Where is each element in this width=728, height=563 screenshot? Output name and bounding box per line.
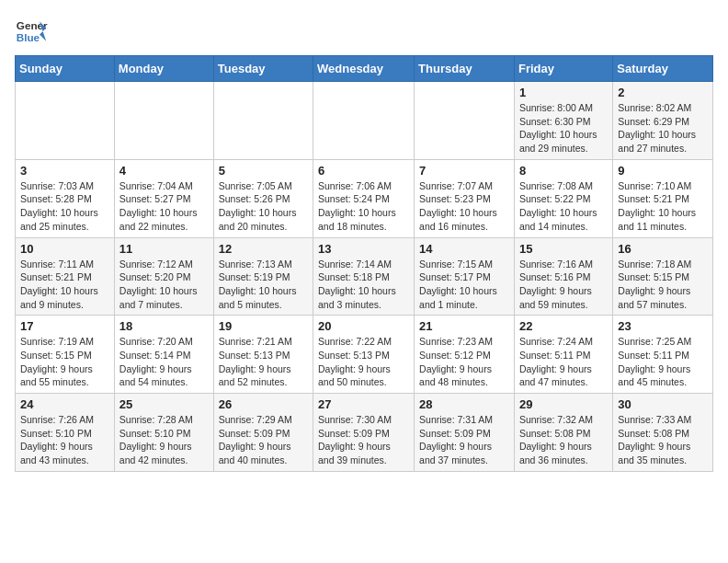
day-number: 4 [119, 164, 209, 178]
calendar-cell: 12Sunrise: 7:13 AM Sunset: 5:19 PM Dayli… [213, 237, 313, 316]
calendar-header-row: SundayMondayTuesdayWednesdayThursdayFrid… [16, 56, 713, 82]
day-info: Sunrise: 7:29 AM Sunset: 5:09 PM Dayligh… [219, 413, 308, 467]
day-info: Sunrise: 8:00 AM Sunset: 6:30 PM Dayligh… [519, 101, 608, 155]
day-info: Sunrise: 7:07 AM Sunset: 5:23 PM Dayligh… [419, 179, 509, 234]
day-info: Sunrise: 7:23 AM Sunset: 5:12 PM Dayligh… [419, 335, 509, 389]
calendar-cell: 26Sunrise: 7:29 AM Sunset: 5:09 PM Dayli… [213, 394, 313, 472]
day-info: Sunrise: 7:11 AM Sunset: 5:21 PM Dayligh… [20, 258, 109, 312]
day-number: 15 [519, 242, 608, 256]
day-info: Sunrise: 7:03 AM Sunset: 5:28 PM Dayligh… [20, 179, 109, 234]
calendar-cell: 2Sunrise: 8:02 AM Sunset: 6:29 PM Daylig… [613, 82, 713, 160]
day-info: Sunrise: 8:02 AM Sunset: 6:29 PM Dayligh… [618, 101, 708, 155]
day-info: Sunrise: 7:25 AM Sunset: 5:11 PM Dayligh… [618, 335, 708, 389]
day-header-tuesday: Tuesday [213, 56, 313, 82]
calendar-cell [213, 82, 313, 160]
calendar-cell: 21Sunrise: 7:23 AM Sunset: 5:12 PM Dayli… [415, 316, 515, 394]
day-number: 20 [318, 319, 409, 333]
day-number: 19 [219, 319, 308, 333]
day-info: Sunrise: 7:30 AM Sunset: 5:09 PM Dayligh… [318, 413, 409, 467]
day-header-wednesday: Wednesday [313, 56, 415, 82]
calendar-cell: 7Sunrise: 7:07 AM Sunset: 5:23 PM Daylig… [415, 159, 515, 237]
svg-text:Blue: Blue [17, 31, 40, 43]
calendar-cell: 18Sunrise: 7:20 AM Sunset: 5:14 PM Dayli… [114, 316, 213, 394]
day-number: 16 [618, 242, 708, 256]
calendar-cell [16, 82, 115, 160]
day-number: 13 [318, 242, 409, 256]
day-info: Sunrise: 7:32 AM Sunset: 5:08 PM Dayligh… [519, 413, 608, 467]
calendar-cell: 8Sunrise: 7:08 AM Sunset: 5:22 PM Daylig… [514, 159, 612, 237]
day-number: 9 [618, 164, 708, 178]
day-number: 6 [318, 164, 409, 178]
day-header-friday: Friday [514, 56, 612, 82]
day-number: 14 [419, 242, 509, 256]
day-info: Sunrise: 7:19 AM Sunset: 5:15 PM Dayligh… [20, 335, 109, 389]
day-info: Sunrise: 7:13 AM Sunset: 5:19 PM Dayligh… [219, 258, 308, 312]
calendar-cell: 14Sunrise: 7:15 AM Sunset: 5:17 PM Dayli… [415, 237, 515, 316]
calendar-cell [114, 82, 213, 160]
day-info: Sunrise: 7:26 AM Sunset: 5:10 PM Dayligh… [20, 413, 109, 467]
calendar-cell: 15Sunrise: 7:16 AM Sunset: 5:16 PM Dayli… [514, 237, 612, 316]
calendar-cell: 4Sunrise: 7:04 AM Sunset: 5:27 PM Daylig… [114, 159, 213, 237]
day-info: Sunrise: 7:12 AM Sunset: 5:20 PM Dayligh… [119, 258, 209, 312]
day-number: 8 [519, 164, 608, 178]
day-info: Sunrise: 7:04 AM Sunset: 5:27 PM Dayligh… [119, 179, 209, 234]
day-info: Sunrise: 7:18 AM Sunset: 5:15 PM Dayligh… [618, 258, 708, 312]
day-number: 25 [119, 397, 209, 411]
calendar-cell: 10Sunrise: 7:11 AM Sunset: 5:21 PM Dayli… [16, 237, 115, 316]
calendar-cell: 6Sunrise: 7:06 AM Sunset: 5:24 PM Daylig… [313, 159, 415, 237]
calendar-cell: 5Sunrise: 7:05 AM Sunset: 5:26 PM Daylig… [213, 159, 313, 237]
day-info: Sunrise: 7:28 AM Sunset: 5:10 PM Dayligh… [119, 413, 209, 467]
day-info: Sunrise: 7:15 AM Sunset: 5:17 PM Dayligh… [419, 258, 509, 312]
calendar-cell: 28Sunrise: 7:31 AM Sunset: 5:09 PM Dayli… [415, 394, 515, 472]
calendar-cell [415, 82, 515, 160]
calendar-cell [313, 82, 415, 160]
day-number: 26 [219, 397, 308, 411]
day-info: Sunrise: 7:33 AM Sunset: 5:08 PM Dayligh… [618, 413, 708, 467]
calendar-cell: 23Sunrise: 7:25 AM Sunset: 5:11 PM Dayli… [613, 316, 713, 394]
day-info: Sunrise: 7:16 AM Sunset: 5:16 PM Dayligh… [519, 258, 608, 312]
day-number: 22 [519, 319, 608, 333]
logo: General Blue [15, 15, 51, 48]
day-header-saturday: Saturday [613, 56, 713, 82]
calendar: SundayMondayTuesdayWednesdayThursdayFrid… [15, 55, 713, 472]
day-number: 3 [20, 164, 109, 178]
day-number: 5 [219, 164, 308, 178]
calendar-cell: 20Sunrise: 7:22 AM Sunset: 5:13 PM Dayli… [313, 316, 415, 394]
day-header-monday: Monday [114, 56, 213, 82]
calendar-cell: 11Sunrise: 7:12 AM Sunset: 5:20 PM Dayli… [114, 237, 213, 316]
header: General Blue [15, 15, 713, 48]
day-number: 18 [119, 319, 209, 333]
day-info: Sunrise: 7:10 AM Sunset: 5:21 PM Dayligh… [618, 179, 708, 234]
calendar-week-row: 17Sunrise: 7:19 AM Sunset: 5:15 PM Dayli… [16, 316, 713, 394]
day-number: 23 [618, 319, 708, 333]
calendar-week-row: 10Sunrise: 7:11 AM Sunset: 5:21 PM Dayli… [16, 237, 713, 316]
calendar-week-row: 1Sunrise: 8:00 AM Sunset: 6:30 PM Daylig… [16, 82, 713, 160]
day-info: Sunrise: 7:08 AM Sunset: 5:22 PM Dayligh… [519, 179, 608, 234]
day-header-thursday: Thursday [415, 56, 515, 82]
day-number: 21 [419, 319, 509, 333]
calendar-cell: 27Sunrise: 7:30 AM Sunset: 5:09 PM Dayli… [313, 394, 415, 472]
calendar-cell: 9Sunrise: 7:10 AM Sunset: 5:21 PM Daylig… [613, 159, 713, 237]
day-number: 12 [219, 242, 308, 256]
day-info: Sunrise: 7:14 AM Sunset: 5:18 PM Dayligh… [318, 258, 409, 312]
calendar-cell: 25Sunrise: 7:28 AM Sunset: 5:10 PM Dayli… [114, 394, 213, 472]
day-info: Sunrise: 7:20 AM Sunset: 5:14 PM Dayligh… [119, 335, 209, 389]
day-number: 11 [119, 242, 209, 256]
day-number: 1 [519, 86, 608, 99]
calendar-cell: 16Sunrise: 7:18 AM Sunset: 5:15 PM Dayli… [613, 237, 713, 316]
logo-icon: General Blue [15, 15, 48, 48]
calendar-cell: 3Sunrise: 7:03 AM Sunset: 5:28 PM Daylig… [16, 159, 115, 237]
day-info: Sunrise: 7:21 AM Sunset: 5:13 PM Dayligh… [219, 335, 308, 389]
day-info: Sunrise: 7:31 AM Sunset: 5:09 PM Dayligh… [419, 413, 509, 467]
day-number: 24 [20, 397, 109, 411]
calendar-cell: 17Sunrise: 7:19 AM Sunset: 5:15 PM Dayli… [16, 316, 115, 394]
day-info: Sunrise: 7:05 AM Sunset: 5:26 PM Dayligh… [219, 179, 308, 234]
day-number: 7 [419, 164, 509, 178]
calendar-cell: 24Sunrise: 7:26 AM Sunset: 5:10 PM Dayli… [16, 394, 115, 472]
day-info: Sunrise: 7:22 AM Sunset: 5:13 PM Dayligh… [318, 335, 409, 389]
day-number: 27 [318, 397, 409, 411]
calendar-cell: 22Sunrise: 7:24 AM Sunset: 5:11 PM Dayli… [514, 316, 612, 394]
calendar-cell: 19Sunrise: 7:21 AM Sunset: 5:13 PM Dayli… [213, 316, 313, 394]
calendar-cell: 29Sunrise: 7:32 AM Sunset: 5:08 PM Dayli… [514, 394, 612, 472]
day-number: 17 [20, 319, 109, 333]
